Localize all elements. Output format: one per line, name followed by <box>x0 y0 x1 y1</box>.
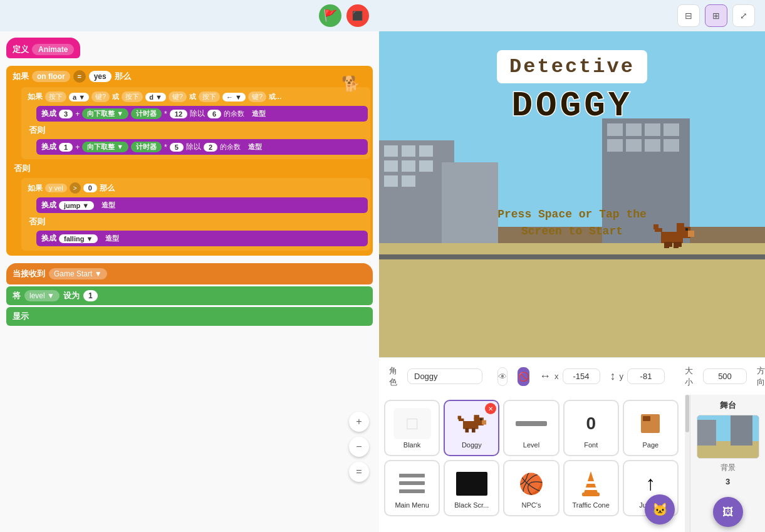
y-input[interactable] <box>627 368 665 384</box>
level-value: 1 <box>83 290 98 301</box>
sprite-item-npcs[interactable]: 🏀 NPC's <box>503 460 559 516</box>
two-val: 2 <box>204 143 217 152</box>
svg-rect-10 <box>677 242 682 247</box>
falling-dropdown[interactable]: falling ▼ <box>59 234 98 243</box>
switch-costume-label1: 换成 <box>41 108 56 119</box>
window <box>384 145 398 157</box>
y-label: y <box>620 372 624 381</box>
size-input[interactable] <box>703 368 747 384</box>
sprite-item-level[interactable]: Level <box>503 400 559 456</box>
right-section: Detective DOGGY Press Space or Tap the S… <box>379 31 765 532</box>
stage-thumb-panel: 舞台 背景 3 🖼 <box>690 395 765 532</box>
animate-label: Animate <box>32 44 74 55</box>
font-icon: 0 <box>586 414 596 434</box>
level-dropdown[interactable]: level ▼ <box>24 290 60 301</box>
npc-icon: 🏀 <box>519 472 544 496</box>
a-key-dropdown[interactable]: a ▼ <box>69 93 89 102</box>
sprite-info-bar: 角色 👁 🚫 ↔ x ↕ y 大小 方向 <box>379 357 765 395</box>
costume-label4: 造型 <box>100 233 124 244</box>
if-on-floor-stack: 如果 on floor = yes 那么 如果 按下 a ▼ 键? <box>6 66 373 256</box>
bottom-panel: □ Blank ✕ <box>379 395 765 532</box>
stage-thumbnail[interactable] <box>697 415 759 459</box>
sidebar-view-button[interactable]: ⊟ <box>677 4 700 27</box>
divide-label1: 除以 <box>190 108 205 119</box>
window <box>384 160 398 172</box>
d-key-dropdown[interactable]: d ▼ <box>145 93 166 102</box>
view-controls: ⊟ ⊞ ⤢ <box>677 4 755 27</box>
window <box>402 175 415 187</box>
if-label: 如果 <box>13 71 29 82</box>
remainder-label1: 的余数 <box>224 109 244 118</box>
dog-sprite-stage <box>652 219 695 253</box>
fullscreen-button[interactable]: ⤢ <box>732 4 755 27</box>
sprite-thumb-blank: □ <box>393 408 431 439</box>
dog-sprite-code: 🐕 <box>341 75 360 93</box>
y-vel-label: y vel <box>45 184 67 192</box>
subtitle-text: Press Space or Tap the Screen to Start <box>497 206 647 240</box>
window <box>402 145 415 157</box>
inner-if-label: 如果 <box>28 91 43 102</box>
sprite-thumb-black-scr <box>453 468 491 499</box>
sprite-item-page[interactable]: Page <box>623 400 679 456</box>
divide-label2: 除以 <box>186 142 201 152</box>
x-coord: ↔ x <box>539 368 600 384</box>
subtitle-line2: Screen to Start <box>521 225 623 237</box>
reset-zoom-button[interactable]: = <box>349 462 369 482</box>
zoom-in-button[interactable]: + <box>349 412 369 432</box>
floor-dropdown[interactable]: 向下取整 ▼ <box>82 108 128 119</box>
sprite-item-main-menu[interactable]: Main Menu <box>384 460 440 516</box>
direction-label: 方向 <box>757 365 765 388</box>
floor-dropdown2[interactable]: 向下取整 ▼ <box>82 142 128 152</box>
stage-label: 舞台 <box>720 400 736 411</box>
sprite-item-black-scr[interactable]: Black Scr... <box>444 460 499 516</box>
sprite-thumb-level <box>513 408 550 439</box>
code-scroll-area[interactable]: 定义 Animate 如果 on floor = yes 那么 <box>0 31 379 532</box>
svg-rect-14 <box>474 415 479 419</box>
game-start-stack: 当接收到 Game Start ▼ 将 level ▼ 设为 1 显示 <box>6 263 373 326</box>
delete-doggy-button[interactable]: ✕ <box>485 403 496 414</box>
svg-rect-3 <box>677 223 684 229</box>
eye-button[interactable]: 👁 <box>497 367 507 386</box>
level-icon <box>516 421 547 426</box>
sprite-name-input[interactable] <box>407 368 482 384</box>
else-label1: 否则 <box>24 123 368 137</box>
green-flag-button[interactable]: 🚩 <box>319 4 341 27</box>
sprite-item-traffic-cone[interactable]: Traffic Cone <box>563 460 619 516</box>
split-view-button[interactable]: ⊞ <box>705 4 727 27</box>
twelve-val: 12 <box>170 110 187 118</box>
scroll-track <box>685 395 690 532</box>
show-label: 显示 <box>13 311 29 322</box>
else-label2: 否则 <box>9 162 370 175</box>
bg-count: 3 <box>726 477 730 486</box>
svg-rect-18 <box>465 428 469 432</box>
stop-button[interactable]: ⬛ <box>346 4 369 27</box>
sprite-thumb-page <box>632 408 669 439</box>
jump-icon: ↑ <box>645 472 655 495</box>
doggy-text: DOGGY <box>497 86 647 126</box>
window <box>645 139 660 152</box>
switch-costume-jump: 换成 <box>41 200 56 211</box>
costume-label2: 造型 <box>243 142 267 152</box>
window <box>664 139 679 152</box>
sprite-item-doggy[interactable]: ✕ <box>444 400 499 456</box>
scroll-thumb <box>685 395 689 432</box>
add-sprite-button[interactable]: 🐱 <box>645 494 675 524</box>
x-input[interactable] <box>563 368 600 384</box>
sprite-thumb-font: 0 <box>572 408 610 439</box>
inner-if2-label: 如果 <box>28 183 43 194</box>
press-label3: 按下 <box>199 91 220 102</box>
black-scr-name: Black Scr... <box>454 501 489 509</box>
six-val: 6 <box>207 110 221 118</box>
zoom-out-button[interactable]: − <box>349 437 369 457</box>
left-key-dropdown[interactable]: ← ▼ <box>222 93 246 102</box>
sprite-item-font[interactable]: 0 Font <box>563 400 619 456</box>
define-block[interactable]: 定义 Animate <box>6 38 80 58</box>
switch-costume-label2: 换成 <box>41 142 56 152</box>
sprite-list-panel[interactable]: □ Blank ✕ <box>379 395 690 532</box>
sprite-item-blank[interactable]: □ Blank <box>384 400 440 456</box>
hide-button[interactable]: 🚫 <box>518 367 529 386</box>
edit-stage-button[interactable]: 🖼 <box>713 497 743 527</box>
game-start-dropdown[interactable]: Game Start ▼ <box>49 268 107 279</box>
traffic-cone-name: Traffic Cone <box>573 501 610 509</box>
jump-dropdown[interactable]: jump ▼ <box>59 201 94 210</box>
